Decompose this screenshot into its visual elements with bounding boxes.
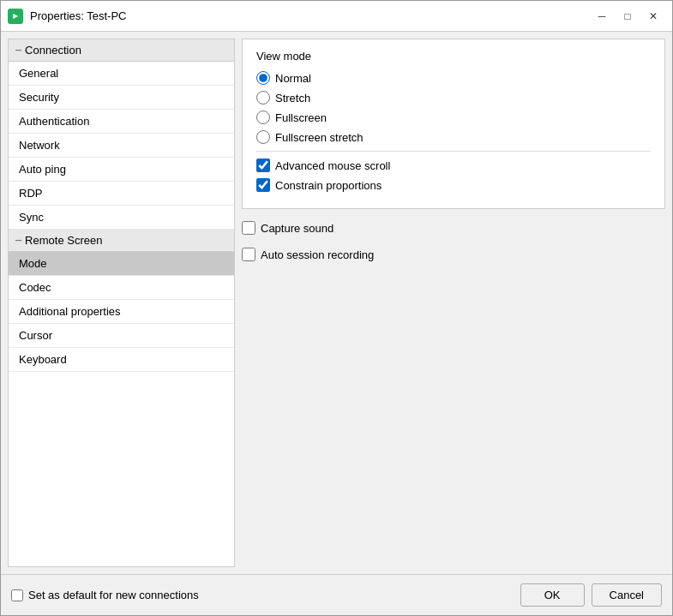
sidebar-item-additional-properties[interactable]: Additional properties <box>9 300 234 324</box>
main-panel: View mode Normal Stretch Fullscreen Full… <box>242 39 665 567</box>
checkbox-advanced-mouse-scroll-input[interactable] <box>256 158 270 172</box>
radio-normal-input[interactable] <box>256 71 270 85</box>
checkbox-auto-session-recording[interactable]: Auto session recording <box>242 248 665 261</box>
default-connection-checkbox[interactable] <box>11 589 23 601</box>
checkbox-auto-session-recording-label: Auto session recording <box>261 248 374 261</box>
title-bar: Properties: Test-PC ─ □ ✕ <box>1 1 672 32</box>
radio-fullscreen-stretch-label: Fullscreen stretch <box>275 131 364 144</box>
radio-fullscreen-label: Fullscreen <box>275 111 327 124</box>
window-title: Properties: Test-PC <box>30 9 126 22</box>
checkbox-capture-sound-input[interactable] <box>242 221 255 235</box>
checkbox-constrain-proportions-input[interactable] <box>256 178 270 192</box>
radio-fullscreen-stretch-input[interactable] <box>256 130 270 144</box>
view-mode-label: View mode <box>256 50 651 63</box>
close-button[interactable]: ✕ <box>641 6 665 27</box>
connection-group-header[interactable]: ─ Connection <box>9 39 234 62</box>
sidebar: ─ Connection General Security Authentica… <box>8 39 235 567</box>
default-connection-label: Set as default for new connections <box>28 589 199 601</box>
maximize-button[interactable]: □ <box>616 6 640 27</box>
sidebar-item-network[interactable]: Network <box>9 134 234 158</box>
collapse-icon-remote: ─ <box>15 236 21 245</box>
divider <box>256 151 651 152</box>
radio-fullscreen[interactable]: Fullscreen <box>256 111 651 124</box>
sidebar-item-sync[interactable]: Sync <box>9 206 234 230</box>
radio-stretch[interactable]: Stretch <box>256 91 651 105</box>
connection-group-label: Connection <box>25 44 81 57</box>
remote-screen-group-header[interactable]: ─ Remote Screen <box>9 230 234 252</box>
checkbox-capture-sound[interactable]: Capture sound <box>242 221 665 235</box>
view-mode-group: View mode Normal Stretch Fullscreen Full… <box>242 39 665 209</box>
checkbox-constrain-proportions[interactable]: Constrain proportions <box>256 178 651 192</box>
sidebar-item-mode[interactable]: Mode <box>9 252 234 276</box>
ok-button[interactable]: OK <box>520 583 585 607</box>
checkbox-capture-sound-label: Capture sound <box>261 222 333 235</box>
radio-normal-label: Normal <box>275 72 311 85</box>
sidebar-item-cursor[interactable]: Cursor <box>9 324 234 348</box>
collapse-icon: ─ <box>15 45 21 55</box>
sidebar-item-rdp[interactable]: RDP <box>9 182 234 206</box>
content-area: ─ Connection General Security Authentica… <box>1 32 672 574</box>
title-buttons: ─ □ ✕ <box>590 6 665 27</box>
extra-options: Capture sound Auto session recording <box>242 218 665 271</box>
radio-stretch-label: Stretch <box>275 92 310 105</box>
minimize-button[interactable]: ─ <box>590 6 614 27</box>
sidebar-item-autoping[interactable]: Auto ping <box>9 158 234 182</box>
bottom-bar: Set as default for new connections OK Ca… <box>1 574 672 615</box>
radio-normal[interactable]: Normal <box>256 71 651 85</box>
sidebar-item-authentication[interactable]: Authentication <box>9 110 234 134</box>
checkbox-advanced-mouse-scroll[interactable]: Advanced mouse scroll <box>256 158 651 172</box>
sidebar-item-security[interactable]: Security <box>9 86 234 110</box>
radio-fullscreen-input[interactable] <box>256 111 270 124</box>
sidebar-item-general[interactable]: General <box>9 62 234 86</box>
remote-screen-group-label: Remote Screen <box>25 234 102 247</box>
title-bar-left: Properties: Test-PC <box>8 9 126 24</box>
checkbox-auto-session-recording-input[interactable] <box>242 248 255 261</box>
checkbox-constrain-proportions-label: Constrain proportions <box>275 179 382 192</box>
main-window: Properties: Test-PC ─ □ ✕ ─ Connection G… <box>0 0 673 616</box>
sidebar-item-codec[interactable]: Codec <box>9 276 234 300</box>
sidebar-item-keyboard[interactable]: Keyboard <box>9 348 234 372</box>
checkbox-advanced-mouse-scroll-label: Advanced mouse scroll <box>275 159 390 172</box>
radio-fullscreen-stretch[interactable]: Fullscreen stretch <box>256 130 651 144</box>
cancel-button[interactable]: Cancel <box>592 583 662 607</box>
bottom-buttons: OK Cancel <box>520 583 662 607</box>
app-icon <box>8 9 23 24</box>
bottom-left: Set as default for new connections <box>11 589 199 601</box>
radio-stretch-input[interactable] <box>256 91 270 105</box>
